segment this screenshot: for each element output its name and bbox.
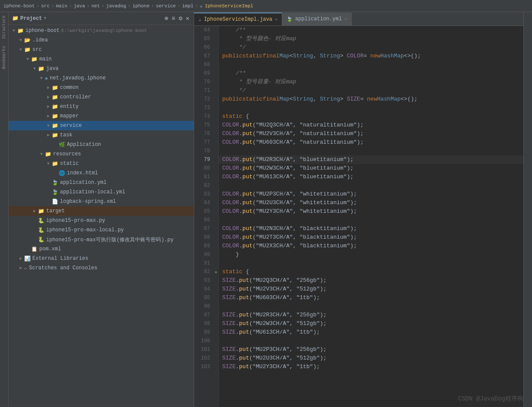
folder-icon: 📁 [52, 161, 58, 167]
code-line-93: SIZE.put("MU2Q3CH/A", "256gb"); [219, 276, 523, 285]
code-line-78 [219, 147, 523, 155]
code-line-70: * 型号容量- 对应map [219, 78, 523, 86]
tree-item-target[interactable]: ► 📁 target [9, 206, 194, 216]
tree-label: mapper [60, 113, 79, 119]
tree-item-controller[interactable]: ► 📁 controller [9, 92, 194, 102]
breadcrumb-item[interactable]: impl [182, 3, 193, 9]
sync-icon[interactable]: ⊕ [164, 14, 169, 23]
folder-icon: 📁 [31, 56, 38, 63]
tree-item-application-local-yml[interactable]: 🍃 application-local.yml [9, 187, 194, 197]
breadcrumb-item[interactable]: service [156, 3, 176, 9]
tree-item-entity[interactable]: ► 📁 entity [9, 102, 194, 111]
tree-label: target [46, 208, 65, 214]
tree-item-application-yml[interactable]: 🍃 application.yml [9, 178, 194, 187]
code-line-87: COLOR.put("MU2N3CH/A", "blacktitanium"); [219, 224, 523, 233]
tree-item-static[interactable]: ▼ 📁 static [9, 159, 194, 168]
code-line-101: SIZE.put("MU2P3CH/A", "256gb"); [219, 345, 523, 354]
code-editor[interactable]: 6465666768697071727374757677787980818283… [194, 26, 523, 407]
bookmarks-tab[interactable]: Bookmarks [1, 42, 7, 73]
tree-label: service [60, 123, 82, 129]
close-panel-icon[interactable]: ✕ [185, 14, 190, 23]
code-line-96 [219, 302, 523, 311]
code-content[interactable]: /** * 型号颜色- 对应map */ public static final… [219, 26, 523, 407]
tab-close-icon[interactable]: ✕ [275, 17, 277, 22]
tree-label: net.javadog.iphone [50, 75, 106, 81]
folder-icon: 📁 [52, 85, 58, 91]
tree-item-idea[interactable]: ▼ 📂 .idea [9, 35, 194, 45]
tree-item-iphone-boot[interactable]: ▼ 📁 iphone-boot E:\workgit\javadog\iphon… [9, 26, 194, 35]
collapse-all-icon[interactable]: ≡ [171, 14, 176, 23]
folder-icon: 📁 [52, 123, 58, 129]
tree-item-package[interactable]: ▼ ◈ net.javadog.iphone [9, 73, 194, 83]
tree-item-index-html[interactable]: 🌐 index.html [9, 168, 194, 178]
tree-item-main[interactable]: ▼ 📁 main [9, 54, 194, 64]
arrow-icon: ▼ [38, 152, 45, 157]
code-line-102: SIZE.put("MU2U3CH/A", "512gb"); [219, 354, 523, 363]
tree-label: java [46, 66, 59, 72]
tree-item-pom[interactable]: 📋 pom.xml [9, 244, 194, 254]
tree-item-mapper[interactable]: ► 📁 mapper [9, 111, 194, 121]
folder-icon: 📁 [12, 15, 19, 22]
code-line-86 [219, 216, 523, 224]
code-line-103: SIZE.put("MU2Y3CH/A", "1tb"); [219, 363, 523, 371]
code-line-91 [219, 259, 523, 268]
tab-application-yml[interactable]: 🍃 application.yml ✕ [282, 13, 352, 25]
tree-item-py1[interactable]: 🐍 iphone15-pro-max.py [9, 216, 194, 225]
folder-icon: 📁 [52, 104, 58, 110]
tree-item-application[interactable]: 🌿 Application [9, 140, 194, 149]
main-layout: Structure Bookmarks 📁 Project ▼ ⊕ ≡ ⚙ ✕ … [0, 12, 532, 407]
breadcrumb-item[interactable]: javadog [106, 3, 126, 9]
breadcrumb-item[interactable]: iphone [132, 3, 150, 9]
tree-label: index.html [67, 170, 98, 176]
tree-item-common[interactable]: ► 📁 common [9, 83, 194, 92]
arrow-icon: ▼ [17, 38, 24, 43]
tree-item-py2[interactable]: 🐍 iphone15-pro-max-local.py [9, 225, 194, 235]
code-line-82 [219, 181, 523, 190]
html-icon: 🌐 [59, 170, 65, 177]
tree-item-scratches[interactable]: ► ✏ Scratches and Consoles [9, 263, 194, 273]
breadcrumb-item[interactable]: src [41, 3, 50, 9]
folder-icon: 📁 [45, 151, 51, 158]
tree-item-py3[interactable]: 🐍 iphone15-pro-max可执行版(修改其中账号密码).py [9, 235, 194, 244]
tree-item-resources[interactable]: ▼ 📁 resources [9, 149, 194, 159]
tree-label: Scratches and Consoles [29, 265, 97, 271]
tree-item-java[interactable]: ▼ 📁 java [9, 64, 194, 73]
settings-icon[interactable]: ⚙ [178, 14, 183, 23]
tab-iphone-service-impl[interactable]: ☕ IphoneServiceImpl.java ✕ [194, 13, 282, 25]
dropdown-arrow-icon[interactable]: ▼ [44, 16, 46, 21]
code-line-71: */ [219, 86, 523, 95]
code-line-81: COLOR.put("MU613CH/A", "bluetitanium"); [219, 173, 523, 181]
structure-tab[interactable]: Structure [1, 12, 7, 42]
arrow-icon: ▼ [38, 76, 45, 81]
arrow-icon: ► [45, 95, 52, 100]
tree-label: iphone-boot [25, 28, 60, 34]
tab-label: IphoneServiceImpl.java [204, 16, 272, 22]
tree-label: application-local.yml [60, 189, 125, 195]
arrow-icon: ▼ [45, 161, 52, 166]
tree-item-service[interactable]: ▼ 📁 service [9, 121, 194, 130]
arrow-icon: ► [45, 114, 52, 119]
tree-label: .idea [32, 37, 48, 43]
sidebar-title: 📁 Project ▼ [12, 15, 46, 22]
folder-icon: 📁 [38, 66, 44, 72]
tree-label: common [60, 85, 79, 91]
left-vertical-tabs: Structure Bookmarks [0, 12, 9, 407]
breadcrumb-item[interactable]: main [56, 3, 67, 9]
breadcrumb-item[interactable]: java [74, 3, 85, 9]
breadcrumb-item[interactable]: net [91, 3, 100, 9]
arrow-icon: ▼ [17, 47, 24, 52]
tab-close-icon[interactable]: ✕ [344, 16, 347, 22]
tree-item-src[interactable]: ▼ 📁 src [9, 45, 194, 54]
tree-item-logback-xml[interactable]: 📄 logback-spring.xml [9, 197, 194, 206]
arrow-icon: ► [17, 266, 24, 271]
breadcrumb-item[interactable]: iphone-boot [3, 3, 35, 9]
code-line-77: COLOR.put("MU603CH/A", "naturaltitanium"… [219, 138, 523, 147]
tree-label: controller [60, 94, 91, 100]
code-line-94: SIZE.put("MU2V3CH/A", "512gb"); [219, 285, 523, 293]
tree-item-task[interactable]: ► 📁 task [9, 130, 194, 140]
code-line-92: static { [219, 268, 523, 276]
tree-item-external-libs[interactable]: ► 📊 External Libraries [9, 254, 194, 263]
py-icon: 🐍 [38, 218, 44, 224]
code-line-72: public static final Map<String, String> … [219, 95, 523, 104]
arrow-icon: ▼ [31, 66, 38, 71]
